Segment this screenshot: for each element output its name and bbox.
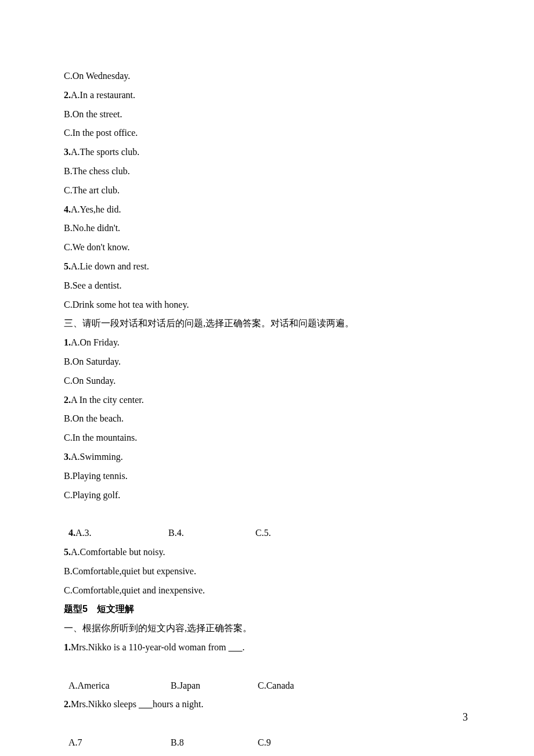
option-a: A.7 — [68, 733, 171, 753]
question-5: 5.A.Lie down and rest. — [64, 257, 470, 276]
option-b: B.4. — [168, 524, 255, 543]
option-a: A In the city center. — [71, 395, 144, 405]
q-text-end: . — [242, 642, 244, 652]
option-a: A.Yes,he did. — [71, 204, 121, 214]
question-2: 2.A In the city center. — [64, 391, 470, 410]
question-2: 2.A.In a restaurant. — [64, 86, 470, 105]
option-b: B.Playing tennis. — [64, 467, 470, 486]
option-a: A.Lie down and rest. — [71, 261, 149, 271]
question-1: 1.A.On Friday. — [64, 333, 470, 352]
option-c: C.9 — [258, 733, 271, 753]
option-b: B.The chess club. — [64, 162, 470, 181]
option-a: A.Swimming. — [71, 452, 123, 462]
option-b: B.On Saturday. — [64, 352, 470, 372]
option-c: C.Drink some hot tea with honey. — [64, 296, 470, 315]
option-c: C.Playing golf. — [64, 486, 470, 505]
option-b: B.Comfortable,quiet but expensive. — [64, 562, 470, 581]
q-number: 4. — [68, 528, 75, 538]
option-b: B.Japan — [171, 676, 258, 696]
question-4: 4.A.Yes,he did. — [64, 200, 470, 219]
option-c: C.In the post office. — [64, 124, 470, 143]
option-c: C.Canada — [258, 676, 294, 696]
option-b: B.No.he didn't. — [64, 219, 470, 238]
t5-q2-options: A.7B.8C.9 — [64, 714, 470, 753]
page-number: 3 — [463, 707, 468, 728]
t5-question-2: 2.Mrs.Nikko sleeps hours a night. — [64, 695, 470, 714]
q-number: 4. — [64, 204, 71, 214]
q-number: 3. — [64, 452, 71, 462]
q-number: 5. — [64, 261, 71, 271]
t5-q1-options: A.AmericaB.JapanC.Canada — [64, 657, 470, 696]
option-c: C.The art club. — [64, 181, 470, 200]
option-c: C.On Sunday. — [64, 372, 470, 391]
question-3: 3.A.Swimming. — [64, 448, 470, 467]
question-5: 5.A.Comfortable but noisy. — [64, 543, 470, 562]
q-number: 5. — [64, 547, 71, 557]
option-a: A.America — [68, 676, 171, 696]
q-number: 1. — [64, 642, 71, 652]
option-b: B.On the street. — [64, 105, 470, 124]
blank-fill — [228, 642, 242, 652]
q-number: 1. — [64, 337, 71, 347]
option-a: A.3. — [75, 524, 168, 543]
section-3-heading: 三、请听一段对话和对话后的问题,选择正确答案。对话和问题读两遍。 — [64, 314, 470, 333]
option-b: B.On the beach. — [64, 409, 470, 429]
option-c: C.In the mountains. — [64, 429, 470, 448]
question-3: 3.A.The sports club. — [64, 143, 470, 162]
type5-heading: 一、根据你所听到的短文内容,选择正确答案。 — [64, 619, 470, 638]
q-number: 2. — [64, 395, 71, 405]
type5-title: 题型5 短文理解 — [64, 600, 470, 619]
option-a: A.In a restaurant. — [71, 90, 135, 100]
t5-question-1: 1.Mrs.Nikko is a 110-year-old woman from… — [64, 638, 470, 657]
t5-question-3: 3.Mrs.Nikko goes swimming at the nearby … — [64, 753, 470, 756]
question-4: 4.A.3.B.4.C.5. — [64, 505, 470, 543]
option-a: A.The sports club. — [71, 147, 139, 157]
option-c: C.We don't know. — [64, 238, 470, 257]
q-text-end: hours a night. — [153, 699, 204, 709]
option-b: B.8 — [171, 733, 258, 753]
blank-fill — [139, 699, 153, 709]
q-number: 2. — [64, 90, 71, 100]
option-a: A.On Friday. — [71, 337, 120, 347]
option-c: C.Comfortable,quiet and inexpensive. — [64, 581, 470, 600]
q-number: 2. — [64, 699, 71, 709]
q-text: Mrs.Nikko is a 110-year-old woman from — [71, 642, 228, 652]
option-c: C.On Wednesday. — [64, 67, 470, 86]
q-text: Mrs.Nikko sleeps — [71, 699, 139, 709]
option-a: A.Comfortable but noisy. — [71, 547, 165, 557]
option-c: C.5. — [255, 524, 271, 543]
option-b: B.See a dentist. — [64, 276, 470, 296]
q-number: 3. — [64, 147, 71, 157]
